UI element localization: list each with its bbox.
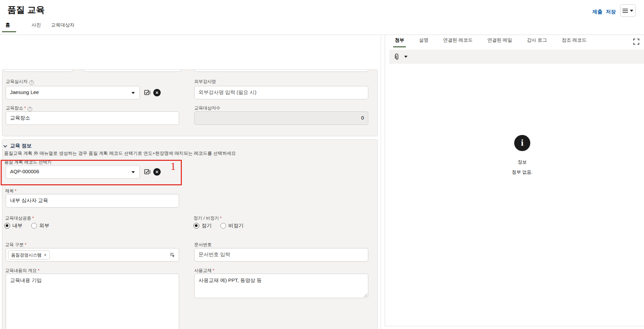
section-description: 품질교육 계획 外 매뉴얼로 생성하는 경우 품질 계획 레코드 선택기로 연도… bbox=[4, 150, 236, 156]
radio-group-regularity: 정기 비정기 bbox=[194, 223, 244, 229]
submit-link[interactable]: 제출 bbox=[592, 9, 602, 15]
lookup-plan-record[interactable]: AQP-000006 bbox=[6, 165, 140, 179]
radio-label[interactable]: 외부 bbox=[39, 223, 49, 229]
label-trainee-count: 교육대상자수 bbox=[194, 105, 220, 111]
required-asterisk: * bbox=[220, 216, 222, 221]
tag-chip[interactable]: 품질경영시스템 bbox=[8, 250, 50, 260]
resize-grip[interactable] bbox=[364, 293, 367, 297]
input-doc-number[interactable]: 문서번호 입력 bbox=[194, 248, 368, 262]
multiselect-category[interactable]: 품질경영시스템 bbox=[6, 248, 179, 262]
label-title: 제목* bbox=[5, 188, 16, 194]
input-trainee-count: 0 bbox=[194, 111, 368, 125]
input-title[interactable]: 내부 심사자 교육 bbox=[6, 194, 179, 207]
remove-tag-icon[interactable] bbox=[44, 252, 47, 257]
lookup-value: AQP-000006 bbox=[10, 169, 39, 174]
label-plan-record-picker: 품질 계획 레코드 선택기 bbox=[4, 159, 52, 165]
chevron-down-icon bbox=[3, 143, 7, 147]
radio-label[interactable]: 내부 bbox=[12, 223, 22, 229]
label-category: 교육 구분* bbox=[5, 242, 26, 248]
panel-tab-linked-mail[interactable]: 연결된 메일 bbox=[486, 37, 514, 47]
radio-regular[interactable] bbox=[194, 223, 199, 229]
radio-label[interactable]: 정기 bbox=[202, 223, 212, 229]
help-icon[interactable] bbox=[29, 80, 34, 85]
clipped-input[interactable] bbox=[194, 69, 368, 72]
label-materials: 사용교재* bbox=[194, 268, 214, 274]
form-card-basic: 교육실시자 Jaesung Lee 외부강사명 외부강사명 입력 (필요 시) … bbox=[2, 69, 378, 136]
dropdown-caret-icon bbox=[131, 171, 135, 173]
label-conductor: 교육실시자 bbox=[6, 79, 34, 85]
required-asterisk: * bbox=[25, 242, 26, 247]
tab-home[interactable]: 홈 bbox=[5, 22, 10, 28]
side-panel: 첨부 설명 연결된 레코드 연결된 메일 감사 로그 참조 레코드 정보 첨부 … bbox=[385, 35, 644, 326]
panel-tab-attachments[interactable]: 첨부 bbox=[393, 37, 406, 47]
page: 품질 교육 제출 저장 홈 사진 교육대상자 교육실시자 Jaesung Lee bbox=[0, 0, 644, 329]
side-panel-tabs: 첨부 설명 연결된 레코드 연결된 메일 감사 로그 참조 레코드 bbox=[385, 35, 644, 50]
input-external-instructor[interactable]: 외부강사명 입력 (필요 시) bbox=[194, 86, 368, 99]
textarea-materials[interactable]: 사용교재 예) PPT, 동영상 등 bbox=[194, 274, 368, 298]
tab-trainees[interactable]: 교육대상자 bbox=[51, 22, 74, 28]
paperclip-icon[interactable] bbox=[393, 53, 399, 60]
panel-tab-description[interactable]: 설명 bbox=[417, 37, 430, 47]
expand-icon[interactable] bbox=[633, 39, 640, 45]
radio-external[interactable] bbox=[31, 223, 37, 229]
attach-caret-icon[interactable] bbox=[404, 56, 408, 58]
save-link[interactable]: 저장 bbox=[606, 9, 616, 15]
label-target-type: 교육대상공종* bbox=[5, 215, 34, 221]
textarea-content-outline[interactable]: 교육내용 기입 bbox=[6, 274, 179, 329]
clipped-input[interactable] bbox=[4, 69, 73, 72]
label-doc-number: 문서번호 bbox=[194, 242, 212, 248]
empty-state-title: 정보 bbox=[400, 159, 644, 165]
label-external-instructor: 외부강사명 bbox=[194, 79, 216, 85]
clipped-input[interactable] bbox=[84, 69, 181, 72]
radio-irregular[interactable] bbox=[220, 223, 226, 229]
attachment-toolbar bbox=[389, 50, 644, 64]
required-asterisk: * bbox=[213, 268, 214, 273]
label-location: 교육장소* bbox=[6, 105, 32, 111]
panel-tab-linked-records[interactable]: 연결된 레코드 bbox=[441, 37, 474, 47]
required-asterisk: * bbox=[38, 268, 40, 273]
required-asterisk: * bbox=[24, 105, 26, 110]
radio-group-target: 내부 외부 bbox=[4, 223, 49, 229]
lookup-conductor[interactable]: Jaesung Lee bbox=[6, 86, 140, 99]
dropdown-caret-icon bbox=[131, 92, 135, 94]
radio-label[interactable]: 비정기 bbox=[228, 223, 244, 229]
choice-list-icon[interactable] bbox=[144, 89, 151, 96]
required-asterisk: * bbox=[15, 188, 16, 193]
info-icon bbox=[514, 135, 530, 151]
panel-tab-audit-log[interactable]: 감사 로그 bbox=[525, 37, 549, 47]
choice-list-icon[interactable] bbox=[144, 168, 151, 176]
more-actions-button[interactable] bbox=[620, 4, 636, 17]
caret-down-icon bbox=[630, 10, 633, 12]
radio-internal[interactable] bbox=[4, 223, 10, 229]
form-card-info: 교육 정보 품질교육 계획 外 매뉴얼로 생성하는 경우 품질 계획 레코드 선… bbox=[2, 139, 378, 329]
empty-state-message: 첨부 없음. bbox=[400, 169, 644, 175]
required-asterisk: * bbox=[32, 216, 34, 221]
active-tab-underline bbox=[2, 31, 16, 32]
clear-selection-icon[interactable] bbox=[153, 168, 161, 176]
tab-photo[interactable]: 사진 bbox=[32, 22, 41, 28]
label-content-outline: 교육내용의 개요* bbox=[5, 268, 40, 274]
label-regularity: 정기 / 비정기* bbox=[194, 215, 222, 221]
section-header[interactable]: 교육 정보 bbox=[4, 143, 32, 149]
picklist-icon bbox=[170, 252, 175, 258]
form-scroll-area: 교육실시자 Jaesung Lee 외부강사명 외부강사명 입력 (필요 시) … bbox=[0, 35, 381, 329]
attachment-empty-state: 정보 첨부 없음. bbox=[385, 135, 644, 175]
page-title: 품질 교육 bbox=[7, 4, 45, 16]
lookup-value: Jaesung Lee bbox=[10, 89, 39, 95]
hamburger-icon bbox=[623, 9, 628, 13]
help-icon[interactable] bbox=[28, 107, 32, 111]
panel-tab-reference-records[interactable]: 참조 레코드 bbox=[560, 37, 588, 47]
header: 품질 교육 제출 저장 홈 사진 교육대상자 bbox=[0, 0, 644, 35]
input-location[interactable]: 교육장소 bbox=[6, 111, 179, 125]
clear-selection-icon[interactable] bbox=[153, 89, 161, 96]
